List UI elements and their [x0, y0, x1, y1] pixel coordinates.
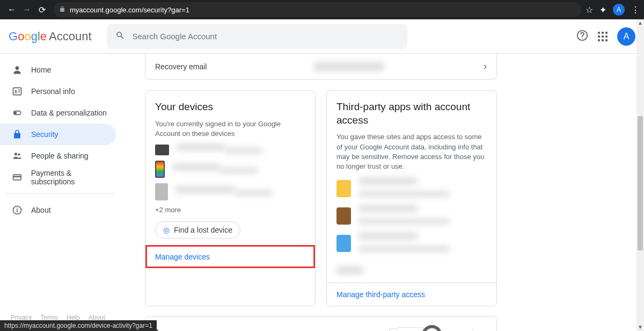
- back-button[interactable]: ←: [4, 2, 19, 17]
- sidebar-item-label: Personal info: [31, 87, 75, 96]
- card-desc: You gave these sites and apps access to …: [336, 132, 487, 171]
- svg-point-2: [16, 66, 19, 70]
- svg-point-10: [18, 153, 20, 155]
- search-icon: [115, 31, 125, 42]
- scroll-up-arrow[interactable]: ▲: [636, 19, 644, 27]
- computer-icon: [155, 145, 169, 155]
- search-box[interactable]: [107, 24, 407, 49]
- card-desc: You're currently signed in to your Googl…: [155, 119, 305, 139]
- devices-more-count[interactable]: +2 more: [155, 206, 305, 214]
- ls-title: Less secure app access: [156, 327, 378, 331]
- find-lost-device-button[interactable]: ◎ Find a lost device: [155, 221, 240, 239]
- recovery-email-row[interactable]: Recovery email ›: [145, 54, 497, 80]
- sidebar-item-label: Home: [31, 66, 51, 74]
- sidebar-item-people[interactable]: People & sharing: [0, 145, 116, 167]
- card-title: Third-party apps with account access: [336, 100, 487, 127]
- svg-point-15: [17, 207, 18, 208]
- sidebar-item-personal[interactable]: Personal info: [0, 81, 116, 102]
- sidebar-item-label: People & sharing: [31, 152, 89, 160]
- third-party-app-row[interactable]: [336, 178, 487, 199]
- app-icon: [336, 180, 351, 197]
- svg-point-4: [15, 90, 17, 92]
- device-row[interactable]: [155, 144, 305, 155]
- less-secure-illustration: [389, 327, 486, 331]
- third-party-more-redacted: [336, 267, 363, 274]
- find-device-label: Find a lost device: [174, 226, 232, 234]
- help-icon[interactable]: [576, 30, 588, 44]
- sidebar-item-label: About: [31, 206, 51, 214]
- phone-icon: [155, 183, 168, 200]
- account-avatar[interactable]: A: [617, 27, 635, 46]
- address-bar[interactable]: myaccount.google.com/security?gar=1: [54, 2, 581, 17]
- browser-status-bar: https://myaccount.google.com/device-acti…: [0, 320, 157, 331]
- vertical-scrollbar[interactable]: ▲ ▼: [636, 19, 644, 331]
- sidebar-item-payments[interactable]: Payments & subscriptions: [0, 167, 116, 188]
- app-icon: [336, 207, 351, 225]
- sidebar-item-label: Security: [31, 130, 58, 139]
- search-input[interactable]: [133, 32, 399, 41]
- google-account-logo[interactable]: Google Account: [9, 30, 92, 44]
- sidebar: Home Personal info Data & personalizatio…: [0, 54, 123, 331]
- manage-devices-link[interactable]: Manage devices: [155, 253, 210, 261]
- manage-devices-footer: Manage devices: [145, 245, 315, 268]
- target-icon: ◎: [163, 226, 170, 234]
- browser-toolbar: ← → ⟳ myaccount.google.com/security?gar=…: [0, 0, 644, 19]
- third-party-app-row[interactable]: [336, 205, 487, 226]
- svg-point-1: [582, 37, 583, 38]
- menu-icon[interactable]: ⋮: [631, 5, 640, 15]
- svg-rect-3: [13, 88, 21, 95]
- device-row[interactable]: [155, 161, 305, 178]
- third-party-app-row[interactable]: [336, 233, 487, 254]
- reload-button[interactable]: ⟳: [34, 2, 49, 17]
- recovery-value-redacted: [314, 62, 384, 71]
- sidebar-item-home[interactable]: Home: [0, 59, 116, 81]
- forward-button[interactable]: →: [19, 2, 34, 17]
- card-less-secure: Less secure app access To protect your a…: [145, 316, 497, 331]
- sidebar-divider: [5, 193, 115, 194]
- card-your-devices: Your devices You're currently signed in …: [145, 90, 316, 306]
- apps-icon[interactable]: [598, 32, 608, 41]
- svg-point-8: [14, 112, 17, 114]
- sidebar-item-security[interactable]: Security: [0, 124, 116, 145]
- browser-avatar[interactable]: A: [613, 4, 625, 16]
- content-area: Recovery email › Your devices You're cur…: [123, 54, 644, 331]
- scroll-thumb[interactable]: [638, 116, 643, 250]
- star-icon[interactable]: ☆: [586, 5, 593, 15]
- chevron-right-icon: ›: [484, 61, 487, 72]
- svg-rect-12: [13, 176, 21, 177]
- url-text: myaccount.google.com/security?gar=1: [70, 6, 189, 14]
- sidebar-item-label: Payments & subscriptions: [31, 169, 116, 186]
- sidebar-item-label: Data & personalization: [31, 109, 107, 117]
- scroll-down-arrow[interactable]: ▼: [636, 323, 644, 331]
- lock-icon: [59, 6, 65, 14]
- account-label: Account: [49, 30, 92, 44]
- svg-rect-14: [17, 209, 18, 212]
- sidebar-item-data[interactable]: Data & personalization: [0, 102, 116, 124]
- card-third-party: Third-party apps with account access You…: [326, 90, 497, 306]
- extensions-icon[interactable]: ✦: [599, 5, 606, 15]
- phone-icon: [155, 161, 165, 178]
- app-icon: [336, 235, 351, 252]
- device-row[interactable]: [155, 183, 305, 200]
- manage-third-party-link[interactable]: Manage third-party access: [336, 290, 425, 299]
- sidebar-item-about[interactable]: About: [0, 199, 116, 221]
- card-title: Your devices: [155, 100, 305, 114]
- app-header: Google Account A: [0, 19, 644, 54]
- svg-point-9: [14, 153, 17, 155]
- recovery-label: Recovery email: [155, 62, 207, 71]
